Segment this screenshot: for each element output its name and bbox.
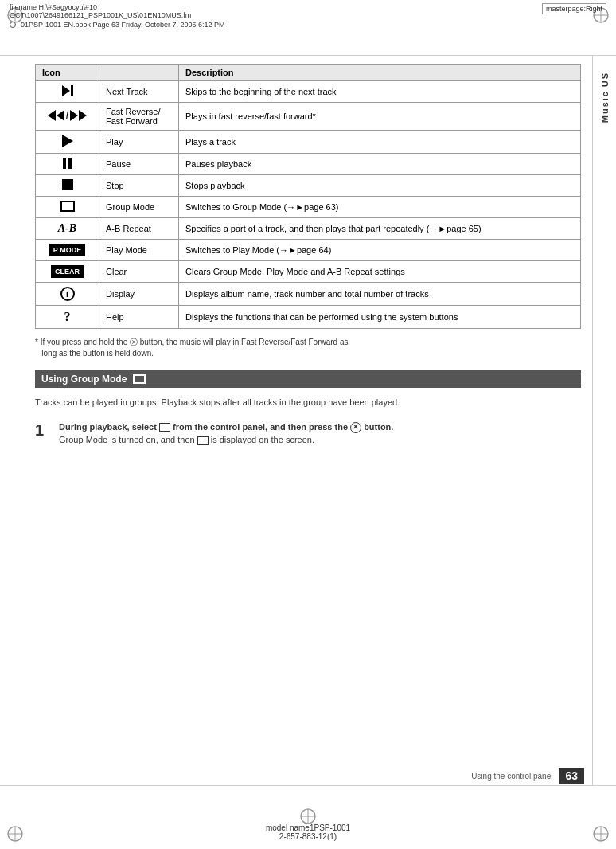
label-cell-group-mode: Group Mode [99,197,179,218]
page-header: filename H:\#Sagyocyu\#10 OCT\1007\26491… [0,0,616,56]
label-cell-pause: Pause [99,154,179,175]
table-row: Next Track Skips to the beginning of the… [36,81,581,103]
icon-cell-stop [36,175,99,197]
main-content: Icon Description Next Track Skips to the… [24,56,592,785]
icon-cell-ff-rev: / [36,103,99,131]
table-row: Pause Pauses playback [36,154,581,175]
icon-cell-ab-repeat: A-B [36,218,99,240]
icon-cell-play [36,131,99,154]
label-cell-play-mode: Play Mode [99,240,179,261]
sidebar-music-label: Music [600,90,610,123]
label-cell-ab-repeat: A-B Repeat [99,218,179,240]
next-track-icon [62,85,73,96]
icon-cell-pause [36,154,99,175]
label-cell-help: Help [99,306,179,329]
step-x-button: ✕ [350,422,361,433]
page-number: 63 [559,768,584,784]
ab-repeat-icon: A-B [58,222,76,234]
label-cell-display: Display [99,283,179,306]
desc-cell-help: Displays the functions that can be perfo… [179,306,581,329]
step-1: 1 During playback, select from the contr… [35,421,581,447]
header-filename: filename H:\#Sagyocyu\#10 OCT\1007\26491… [10,3,191,19]
page-footer: model name1PSP-1001 2-657-883-12(1) [0,785,616,849]
display-icon: i [60,287,75,301]
table-row: CLEAR Clear Clears Group Mode, Play Mode… [36,261,581,283]
footer-center-mark [299,808,317,825]
table-header-label [99,65,179,81]
label-cell-clear: Clear [99,261,179,283]
label-cell-play: Play [99,131,179,154]
table-header-description: Description [179,65,581,81]
desc-cell-play: Plays a track [179,131,581,154]
section-title: Using Group Mode [41,374,127,385]
icon-cell-clear: CLEAR [36,261,99,283]
icon-cell-next-track [36,81,99,103]
table-row: A-B A-B Repeat Specifies a part of a tra… [36,218,581,240]
footer-model: model name1PSP-1001 2-657-883-12(1) [266,824,350,841]
icon-cell-play-mode: P MODE [36,240,99,261]
step-1-sub: Group Mode is turned on, and then is dis… [59,435,314,444]
desc-cell-next-track: Skips to the beginning of the next track [179,81,581,103]
step-1-content: During playback, select from the control… [59,421,393,447]
desc-cell-pause: Pauses playback [179,154,581,175]
section-heading-icon [133,374,146,384]
label-cell-stop: Stop [99,175,179,197]
help-icon: ? [64,310,71,323]
table-row: ? Help Displays the functions that can b… [36,306,581,329]
sidebar-us-label: US [600,72,610,87]
icon-cell-display: i [36,283,99,306]
table-row: Group Mode Switches to Group Mode (→►pag… [36,197,581,218]
desc-cell-display: Displays album name, track number and to… [179,283,581,306]
table-row: i Display Displays album name, track num… [36,283,581,306]
table-row: P MODE Play Mode Switches to Play Mode (… [36,240,581,261]
table-row: / Fast Reverse/Fast Forward Plays in fas… [36,103,581,131]
table-header-icon: Icon [36,65,99,81]
step-group-icon-2 [197,436,209,445]
ff-rev-icon: / [48,110,87,121]
desc-cell-ff-rev: Plays in fast reverse/fast forward* [179,103,581,131]
desc-cell-stop: Stops playback [179,175,581,197]
group-mode-icon [60,201,75,212]
footnote: * If you press and hold the ⓧ button, th… [35,337,581,359]
header-bookinfo: 01PSP-1001 EN.book Page 63 Friday, Octob… [21,21,225,29]
page-label: Using the control panel [471,772,552,781]
table-row: Play Plays a track [36,131,581,154]
right-sidebar: US Music [592,56,616,785]
icon-table: Icon Description Next Track Skips to the… [35,64,581,329]
step-number-1: 1 [35,421,51,447]
desc-cell-play-mode: Switches to Play Mode (→►page 64) [179,240,581,261]
play-icon [62,135,73,147]
page-number-area: Using the control panel 63 [471,768,584,784]
desc-cell-group-mode: Switches to Group Mode (→►page 63) [179,197,581,218]
icon-cell-group-mode [36,197,99,218]
clear-icon: CLEAR [51,265,84,278]
stop-icon [62,179,73,190]
table-row: Stop Stops playback [36,175,581,197]
desc-cell-clear: Clears Group Mode, Play Mode and A-B Rep… [179,261,581,283]
label-cell-ff-rev: Fast Reverse/Fast Forward [99,103,179,131]
section-heading: Using Group Mode [35,370,581,388]
desc-cell-ab-repeat: Specifies a part of a track, and then pl… [179,218,581,240]
pause-icon [63,158,72,169]
section-body: Tracks can be played in groups. Playback… [35,396,581,409]
step-group-icon [159,423,170,432]
label-cell-next-track: Next Track [99,81,179,103]
play-mode-icon: P MODE [49,244,85,256]
masterpage-label: masterpage:Right [542,3,606,14]
icon-cell-help: ? [36,306,99,329]
header-bullet [10,22,16,28]
